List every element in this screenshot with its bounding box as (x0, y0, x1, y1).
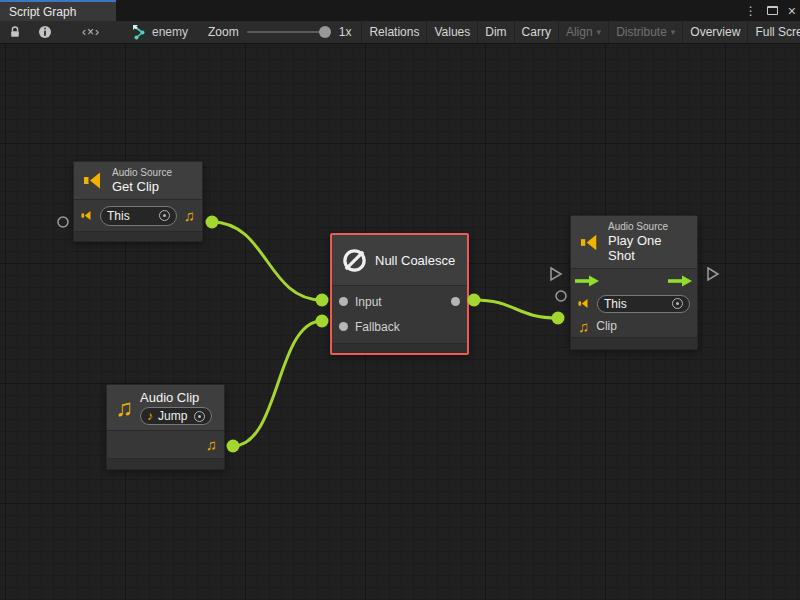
toolbar-button-fullscreen[interactable]: Full Screen (747, 21, 800, 43)
node-footer (571, 337, 697, 349)
button-label: Relations (369, 25, 419, 39)
button-label: Dim (485, 25, 506, 39)
audio-source-mini-icon (578, 298, 590, 309)
node-footer (107, 458, 224, 469)
zoom-control: Zoom 1x (198, 21, 361, 43)
port-label: Clip (596, 319, 617, 333)
window-controls: ⋮ × (745, 0, 796, 21)
field-value: This (107, 209, 130, 223)
tab-title: Script Graph (9, 5, 76, 19)
null-icon (341, 247, 368, 274)
node-port-row-this: This (571, 292, 697, 315)
node-category: Audio Source (112, 167, 172, 179)
object-picker-icon[interactable] (194, 411, 205, 422)
code-view-button[interactable]: ‹×› (60, 21, 122, 43)
info-button[interactable] (30, 21, 60, 43)
node-title: Get Clip (112, 179, 172, 194)
output-port[interactable] (451, 297, 460, 306)
node-title: Audio Clip (140, 390, 212, 405)
zoom-slider-handle[interactable] (319, 26, 331, 38)
audio-source-mini-icon (81, 210, 93, 221)
toolbar-button-values[interactable]: Values (426, 21, 477, 43)
node-header: ♫ Audio Clip ♪ Jump (107, 385, 224, 431)
field-value: This (604, 297, 627, 311)
node-header: Audio Source Get Clip (74, 162, 202, 200)
button-label: Overview (690, 25, 740, 39)
zoom-label: Zoom (208, 25, 239, 39)
port-label: Input (355, 295, 382, 309)
audio-source-icon (83, 171, 105, 190)
node-port-row-clip: ♫ Clip (571, 315, 697, 337)
zoom-value: 1x (339, 25, 352, 39)
music-note-icon: ♫ (578, 319, 589, 334)
graph-toolbar: ‹×› enemy Zoom 1x Relations Values Dim C… (0, 21, 800, 44)
node-header: Null Coalesce (332, 235, 467, 286)
node-footer (332, 343, 467, 353)
graph-canvas[interactable]: Audio Source Get Clip This ♫ ♫ Audio Cli… (0, 44, 800, 600)
graph-breadcrumb[interactable]: enemy (122, 21, 198, 43)
node-port-row: ♫ (107, 431, 224, 458)
audio-source-icon (580, 233, 601, 252)
button-label: Full Screen (755, 25, 800, 39)
node-audio-clip[interactable]: ♫ Audio Clip ♪ Jump ♫ (106, 384, 225, 470)
button-label: Carry (522, 25, 551, 39)
this-object-field[interactable]: This (597, 295, 690, 313)
this-object-field[interactable]: This (100, 206, 177, 226)
graph-name: enemy (152, 25, 188, 39)
info-icon (38, 25, 52, 39)
title-tab-bar: Script Graph ⋮ × (0, 0, 800, 21)
field-value: Jump (158, 409, 187, 423)
toolbar-button-distribute[interactable]: Distribute ▾ (608, 21, 682, 43)
flow-in-arrow-icon[interactable] (575, 275, 600, 287)
toolbar-button-overview[interactable]: Overview (682, 21, 747, 43)
node-port-row-fallback: Fallback (332, 314, 467, 339)
audio-clip-icon: ♫ (115, 396, 133, 420)
toolbar-button-carry[interactable]: Carry (514, 21, 558, 43)
node-play-one-shot[interactable]: Audio Source Play One Shot This (570, 215, 698, 350)
node-footer (74, 231, 202, 241)
tab-script-graph[interactable]: Script Graph (0, 0, 116, 21)
toolbar-button-relations[interactable]: Relations (361, 21, 426, 43)
object-picker-icon[interactable] (159, 210, 170, 221)
object-picker-icon[interactable] (672, 298, 683, 309)
audio-clip-output-icon: ♫ (206, 437, 217, 452)
button-label: Align (566, 25, 593, 39)
fallback-port[interactable] (339, 322, 348, 331)
code-view-icon: ‹×› (82, 25, 100, 39)
node-title: Play One Shot (608, 233, 688, 263)
window-menu-icon[interactable]: ⋮ (745, 5, 757, 17)
lock-icon (8, 25, 22, 39)
port-label: Fallback (355, 320, 400, 334)
toolbar-button-dim[interactable]: Dim (477, 21, 513, 43)
jump-object-field[interactable]: ♪ Jump (140, 407, 212, 425)
node-category: Audio Source (608, 221, 688, 233)
node-header: Audio Source Play One Shot (571, 216, 697, 269)
input-port[interactable] (339, 297, 348, 306)
lock-button[interactable] (0, 21, 30, 43)
node-port-row: This ♫ (74, 200, 202, 231)
close-icon[interactable]: × (788, 4, 796, 18)
button-label: Distribute (616, 25, 667, 39)
node-flow-row (571, 269, 697, 292)
flow-out-arrow-icon[interactable] (668, 275, 693, 287)
caret-down-icon: ▾ (597, 27, 602, 37)
graph-icon (132, 24, 147, 40)
toolbar-button-align[interactable]: Align ▾ (558, 21, 608, 43)
zoom-slider[interactable] (247, 31, 331, 33)
node-title: Null Coalesce (375, 253, 455, 268)
button-label: Values (434, 25, 470, 39)
audio-clip-output-icon: ♫ (184, 208, 195, 223)
caret-down-icon: ▾ (671, 27, 676, 37)
music-note-icon: ♪ (147, 410, 153, 422)
node-port-row-input: Input (332, 289, 467, 314)
maximize-icon[interactable] (767, 6, 778, 15)
node-get-clip[interactable]: Audio Source Get Clip This ♫ (73, 161, 203, 242)
node-null-coalesce[interactable]: Null Coalesce Input Fallback (330, 233, 469, 355)
